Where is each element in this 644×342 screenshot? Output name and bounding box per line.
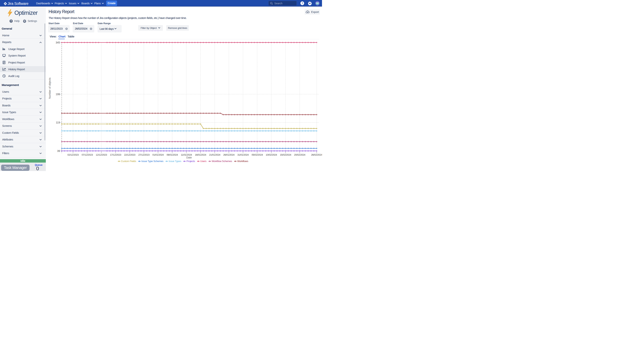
svg-text:?: ? [302, 2, 303, 5]
svg-text:?: ? [10, 20, 12, 22]
